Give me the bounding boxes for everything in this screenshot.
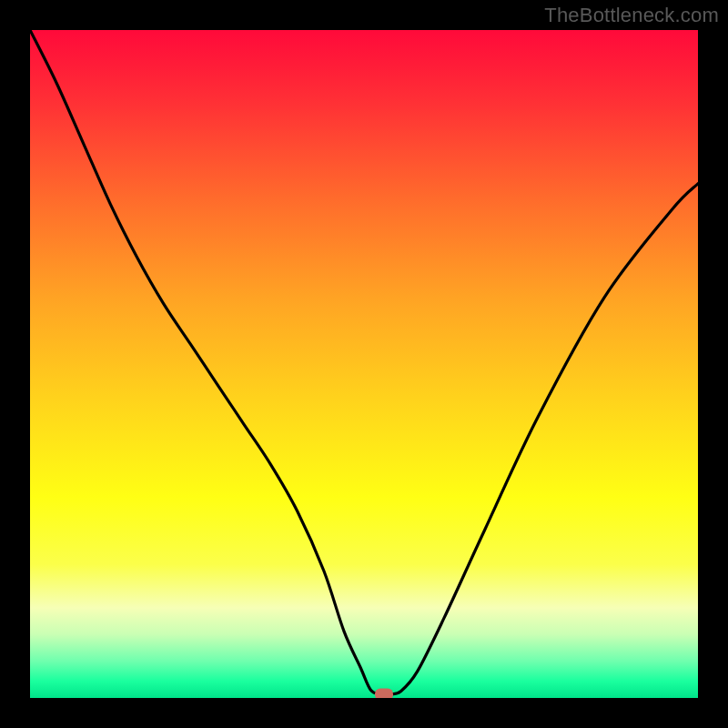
optimal-marker (375, 688, 393, 698)
watermark-text: TheBottleneck.com (544, 4, 719, 27)
bottleneck-curve (30, 30, 698, 698)
plot-area (30, 30, 698, 698)
chart-frame: TheBottleneck.com (0, 0, 728, 728)
